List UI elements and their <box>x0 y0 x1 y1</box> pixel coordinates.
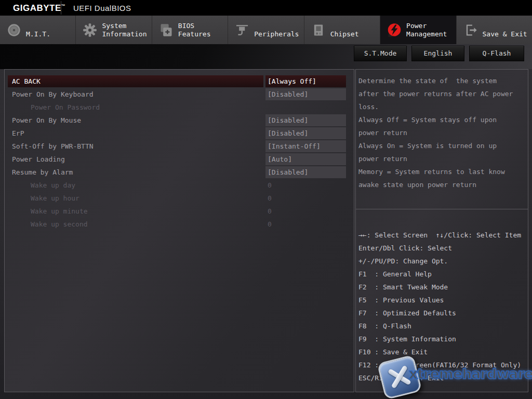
setting-label: Power On By Mouse <box>8 114 263 126</box>
setting-value[interactable]: [Disabled] <box>265 166 346 178</box>
setting-label: Soft-Off by PWR-BTTN <box>8 140 263 152</box>
setting-value: 0 <box>265 218 346 230</box>
legend-line: +/-/PU/PD: Change Opt. <box>358 255 528 268</box>
help-line: power return <box>358 126 526 139</box>
tab-label: Save & Exit <box>483 22 527 38</box>
setting-value[interactable]: [Instant-Off] <box>265 140 346 152</box>
setting-label: AC BACK <box>8 75 263 87</box>
tab-save-exit[interactable]: Save & Exit <box>457 16 532 44</box>
product-title: UEFI DualBIOS <box>73 4 131 12</box>
help-line: loss. <box>358 100 526 113</box>
row-erp[interactable]: ErP [Disabled] <box>8 127 351 140</box>
setting-label: Wake up hour <box>8 192 282 204</box>
legend-line: Enter/Dbl Click: Select <box>358 242 528 255</box>
row-wake-up-hour: Wake up hour 0 <box>8 192 351 205</box>
tab-bar: M.I.T. SystemInformation BIOS <box>0 16 532 44</box>
help-line: Determine the state of the system <box>358 74 526 87</box>
row-wake-up-second: Wake up second 0 <box>8 218 351 231</box>
row-wake-up-day: Wake up day 0 <box>8 179 351 192</box>
setting-label: Power On Password <box>8 101 282 113</box>
qflash-button[interactable]: Q-Flash <box>469 46 524 61</box>
legend-line: F10 : Save & Exit <box>358 345 528 358</box>
tab-label: M.I.T. <box>26 22 50 38</box>
legend-line: ESC/Right Click: Exit <box>358 371 528 384</box>
settings-list: AC BACK [Always Off] Power On By Keyboar… <box>8 75 351 231</box>
setting-value: 0 <box>265 192 346 204</box>
chipset-icon <box>311 23 326 37</box>
power-bolt-icon <box>387 23 402 37</box>
tab-label: Chipset <box>330 22 359 38</box>
setting-label: Power On By Keyboard <box>8 88 263 100</box>
tab-label: PowerManagement <box>406 22 447 38</box>
help-panel: Determine the state of the system after … <box>355 69 528 392</box>
row-soft-off-pwr-bttn[interactable]: Soft-Off by PWR-BTTN [Instant-Off] <box>8 140 351 153</box>
setting-value: 0 <box>265 205 346 217</box>
mit-dial-icon <box>7 23 21 37</box>
peripherals-plug-icon <box>235 23 249 37</box>
tab-label: BIOSFeatures <box>178 22 211 38</box>
legend-line: F5 : Previous Values <box>358 294 528 307</box>
topbar-divider <box>61 1 61 15</box>
help-line: Always Off = System stays off upon <box>358 113 526 126</box>
help-text: Determine the state of the system after … <box>358 74 526 191</box>
legend-line: F8 : Q-Flash <box>358 320 528 332</box>
setting-label: Wake up day <box>8 179 282 191</box>
row-resume-by-alarm[interactable]: Resume by Alarm [Disabled] <box>8 166 351 179</box>
settings-panel: AC BACK [Always Off] Power On By Keyboar… <box>4 69 354 392</box>
help-separator <box>356 209 528 209</box>
row-ac-back[interactable]: AC BACK [Always Off] <box>8 75 351 88</box>
gigabyte-logo: GIGABYTE™ <box>13 3 65 14</box>
help-line: after the power returns after AC power <box>358 87 526 100</box>
setting-value[interactable]: [Disabled] <box>265 114 346 126</box>
legend-line: →←: Select Screen ↑↓/Click: Select Item <box>358 229 528 242</box>
setting-value[interactable]: [Disabled] <box>265 127 346 139</box>
help-line: Always On = System is turned on up <box>358 139 526 152</box>
tab-bios-features[interactable]: BIOSFeatures <box>152 16 228 44</box>
setting-value[interactable]: [Auto] <box>265 153 346 165</box>
key-legend: →←: Select Screen ↑↓/Click: Select Item … <box>358 229 528 384</box>
tab-label: SystemInformation <box>102 22 147 38</box>
tab-label: Peripherals <box>254 22 299 38</box>
row-power-on-mouse[interactable]: Power On By Mouse [Disabled] <box>8 114 351 127</box>
help-line: power return <box>358 152 526 165</box>
bios-chip-icon <box>159 23 174 37</box>
legend-line: F2 : Smart Tweak Mode <box>358 281 528 294</box>
legend-line: F12 : Print Screen(FAT16/32 Format Only) <box>358 358 528 371</box>
legend-line: F7 : Optimized Defaults <box>358 307 528 320</box>
gear-icon <box>83 23 97 37</box>
trademark: ™ <box>61 4 66 8</box>
bios-screen: GIGABYTE™ UEFI DualBIOS M.I.T. <box>0 0 532 399</box>
setting-label: Wake up second <box>8 218 282 230</box>
setting-value[interactable]: [Always Off] <box>265 75 346 87</box>
legend-line: F1 : General Help <box>358 268 528 281</box>
setting-value: 0 <box>265 179 346 191</box>
setting-value[interactable]: [Disabled] <box>265 88 346 100</box>
row-power-on-keyboard[interactable]: Power On By Keyboard [Disabled] <box>8 88 351 101</box>
tab-peripherals[interactable]: Peripherals <box>228 16 304 44</box>
setting-label: Wake up minute <box>8 205 282 217</box>
help-line: awake state upon power return <box>358 178 526 191</box>
row-power-on-password: Power On Password <box>8 101 351 114</box>
setting-label: Power Loading <box>8 153 263 165</box>
row-wake-up-minute: Wake up minute 0 <box>8 205 351 218</box>
setting-label: ErP <box>8 127 263 139</box>
tab-mit[interactable]: M.I.T. <box>0 16 76 44</box>
row-power-loading[interactable]: Power Loading [Auto] <box>8 153 351 166</box>
tab-chipset[interactable]: Chipset <box>304 16 380 44</box>
legend-line: F9 : System Information <box>358 332 528 345</box>
tab-system-information[interactable]: SystemInformation <box>76 16 152 44</box>
tab-power-management[interactable]: PowerManagement <box>380 16 456 44</box>
language-button[interactable]: English <box>411 46 464 61</box>
setting-label: Resume by Alarm <box>8 166 263 178</box>
st-mode-button[interactable]: S.T.Mode <box>354 46 407 61</box>
exit-icon <box>463 23 478 37</box>
help-line: Memory = System returns to last know <box>358 165 526 178</box>
top-bar: GIGABYTE™ UEFI DualBIOS <box>0 0 532 16</box>
